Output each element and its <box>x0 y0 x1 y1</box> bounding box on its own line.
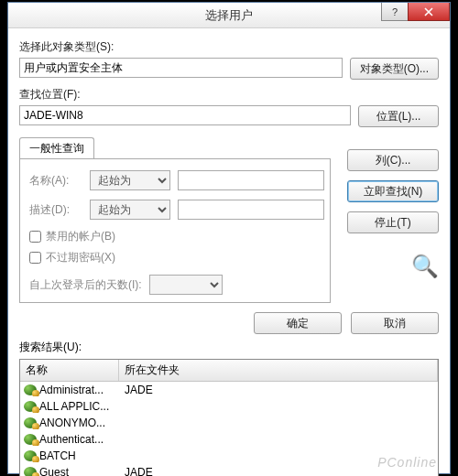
user-icon <box>24 417 37 428</box>
stop-button[interactable]: 停止(T) <box>347 211 439 233</box>
results-list[interactable]: 名称 所在文件夹 Administrat...JADEALL APPLIC...… <box>19 359 439 476</box>
list-item[interactable]: ANONYMO... <box>20 415 438 431</box>
non-expiring-password-checkbox[interactable]: 不过期密码(X) <box>29 250 319 265</box>
list-item[interactable]: GuestJADE <box>20 464 438 476</box>
search-icon: 🔍 <box>347 254 439 279</box>
name-label: 名称(A): <box>29 173 82 189</box>
name-input[interactable] <box>178 170 324 190</box>
row-name: BATCH <box>39 449 76 462</box>
select-users-dialog: 选择用户 ? 选择此对象类型(S): 对象类型(O)... 查找位置(F): 位… <box>7 2 451 474</box>
col-name[interactable]: 名称 <box>20 360 119 381</box>
cancel-button[interactable]: 取消 <box>351 312 439 334</box>
close-icon <box>424 7 433 16</box>
row-name: ALL APPLIC... <box>39 400 109 413</box>
find-now-button[interactable]: 立即查找(N) <box>347 180 439 202</box>
titlebar: 选择用户 ? <box>8 3 450 28</box>
desc-op-select[interactable]: 起始为 <box>90 200 170 220</box>
row-folder: JADE <box>119 384 438 396</box>
row-name: Administrat... <box>39 384 104 396</box>
list-item[interactable]: Administrat...JADE <box>20 382 438 398</box>
results-header: 名称 所在文件夹 <box>20 360 438 382</box>
look-in-label: 查找位置(F): <box>19 87 439 103</box>
user-icon <box>24 450 37 461</box>
user-icon <box>24 401 37 412</box>
object-types-button[interactable]: 对象类型(O)... <box>350 58 439 80</box>
desc-label: 描述(D): <box>29 202 82 218</box>
look-in-field[interactable] <box>19 105 351 125</box>
user-icon <box>24 384 37 395</box>
columns-button[interactable]: 列(C)... <box>347 149 439 171</box>
object-types-label: 选择此对象类型(S): <box>19 39 439 55</box>
list-item[interactable]: BATCH <box>20 448 438 464</box>
col-folder[interactable]: 所在文件夹 <box>119 360 438 381</box>
row-name: Authenticat... <box>39 433 104 446</box>
disabled-accounts-checkbox[interactable]: 禁用的帐户(B) <box>29 229 319 244</box>
results-label: 搜索结果(U): <box>19 340 439 355</box>
ok-button[interactable]: 确定 <box>254 312 342 334</box>
desc-input[interactable] <box>178 200 324 220</box>
tab-common-queries[interactable]: 一般性查询 <box>19 137 94 159</box>
list-item[interactable]: ALL APPLIC... <box>20 398 438 415</box>
help-button[interactable]: ? <box>381 3 409 21</box>
close-button[interactable] <box>408 3 450 21</box>
user-icon <box>24 467 37 476</box>
row-folder: JADE <box>119 466 438 476</box>
row-name: Guest <box>39 466 69 476</box>
row-name: ANONYMO... <box>39 416 105 429</box>
last-login-select[interactable] <box>149 275 223 295</box>
locations-button[interactable]: 位置(L)... <box>358 105 439 127</box>
user-icon <box>24 434 37 445</box>
list-item[interactable]: Authenticat... <box>20 431 438 448</box>
name-op-select[interactable]: 起始为 <box>90 170 170 190</box>
object-types-field[interactable] <box>19 58 343 78</box>
last-login-label: 自上次登录后的天数(I): <box>29 277 142 293</box>
